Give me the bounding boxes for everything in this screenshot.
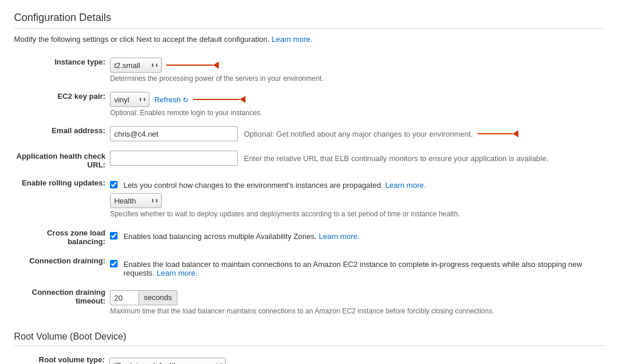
ec2-key-pair-arrow (193, 96, 246, 103)
intro-learn-more-link[interactable]: Learn more. (272, 35, 312, 44)
instance-type-label: Instance type: (14, 53, 108, 87)
connection-draining-label: Connection draining: (14, 251, 108, 282)
instance-type-row: Instance type: t2.small t1.micro t2.micr… (14, 53, 605, 87)
page-title: Configuration Details (14, 12, 605, 29)
root-volume-type-label: Root volume type: (14, 351, 107, 364)
intro-text: Modify the following settings or click N… (14, 35, 605, 44)
ec2-key-pair-row: EC2 key pair: vinyl mykey default Refres… (14, 87, 605, 122)
connection-draining-learn-more[interactable]: Learn more. (156, 269, 197, 277)
cross-zone-lb-label: Cross zone loadbalancing: (14, 223, 108, 251)
connection-draining-timeout-input[interactable] (110, 290, 139, 305)
rolling-updates-hint: Lets you control how changes to the envi… (123, 181, 426, 190)
root-volume-type-field: (Container default) General Purpose (SSD… (107, 351, 605, 364)
root-volume-type-row: Root volume type: (Container default) Ge… (14, 351, 605, 364)
root-volume-form-table: Root volume type: (Container default) Ge… (14, 351, 605, 364)
connection-draining-timeout-hint: Maximum time that the load balancer main… (110, 307, 603, 315)
app-health-check-field: Enter the relative URL that ELB continua… (108, 146, 605, 174)
email-address-label: Email address: (14, 122, 108, 146)
instance-type-hint: Determines the processing power of the s… (110, 74, 603, 83)
rolling-updates-row: Enable rolling updates: Lets you control… (14, 174, 605, 223)
ec2-key-pair-field: vinyl mykey default Refresh ↻ Optiona (108, 87, 605, 122)
cross-zone-lb-hint: Enables load balancing across multiple A… (123, 232, 360, 241)
rolling-updates-dropdown-hint: Specifies whether to wait to deploy upda… (110, 210, 603, 218)
connection-draining-timeout-field: seconds Maximum time that the load balan… (108, 282, 605, 320)
cross-zone-lb-row: Cross zone loadbalancing: Enables load b… (14, 223, 605, 251)
email-address-input[interactable] (110, 126, 238, 141)
rolling-updates-checkbox[interactable] (110, 181, 118, 188)
cross-zone-lb-checkbox[interactable] (110, 232, 118, 240)
email-arrow (478, 130, 518, 137)
rolling-updates-label: Enable rolling updates: (14, 174, 108, 223)
rolling-updates-field: Lets you control how changes to the envi… (108, 174, 605, 223)
ec2-key-pair-select[interactable]: vinyl mykey default (110, 92, 150, 107)
refresh-icon: ↻ (183, 96, 188, 104)
root-volume-section-title: Root Volume (Boot Device) (14, 331, 605, 346)
rolling-updates-learn-more[interactable]: Learn more. (385, 181, 426, 190)
app-health-check-input[interactable] (110, 151, 238, 166)
app-health-check-row: Application health checkURL: Enter the r… (14, 146, 605, 174)
instance-type-arrow (166, 62, 219, 69)
email-hint-inline: Optional: Get notified about any major c… (244, 130, 473, 138)
connection-draining-checkbox[interactable] (110, 260, 118, 267)
ec2-key-pair-label: EC2 key pair: (14, 87, 108, 122)
rolling-updates-type-select[interactable]: Health Time Immutable (110, 193, 162, 208)
connection-draining-row: Connection draining: Enables the load ba… (14, 251, 605, 282)
cross-zone-lb-learn-more[interactable]: Learn more. (319, 232, 360, 241)
email-address-field: Optional: Get notified about any major c… (108, 122, 605, 146)
app-health-check-hint: Enter the relative URL that ELB continua… (244, 154, 548, 163)
connection-draining-timeout-label: Connection drainingtimeout: (14, 282, 108, 320)
connection-draining-field: Enables the load balancer to maintain co… (108, 251, 605, 282)
instance-type-select[interactable]: t2.small t1.micro t2.micro t2.medium (110, 58, 162, 73)
instance-type-field: t2.small t1.micro t2.micro t2.medium Det… (108, 53, 605, 87)
root-volume-type-select[interactable]: (Container default) General Purpose (SSD… (109, 358, 226, 364)
refresh-link[interactable]: Refresh ↻ (154, 95, 188, 104)
cross-zone-lb-field: Enables load balancing across multiple A… (108, 223, 605, 251)
config-form-table: Instance type: t2.small t1.micro t2.micr… (14, 53, 605, 320)
connection-draining-hint: Enables the load balancer to maintain co… (123, 260, 603, 277)
connection-draining-timeout-row: Connection drainingtimeout: seconds Maxi… (14, 282, 605, 320)
email-address-row: Email address: Optional: Get notified ab… (14, 122, 605, 146)
ec2-key-pair-hint: Optional: Enables remote login to your i… (110, 109, 603, 117)
seconds-label: seconds (139, 290, 177, 305)
app-health-check-label: Application health checkURL: (14, 146, 108, 174)
